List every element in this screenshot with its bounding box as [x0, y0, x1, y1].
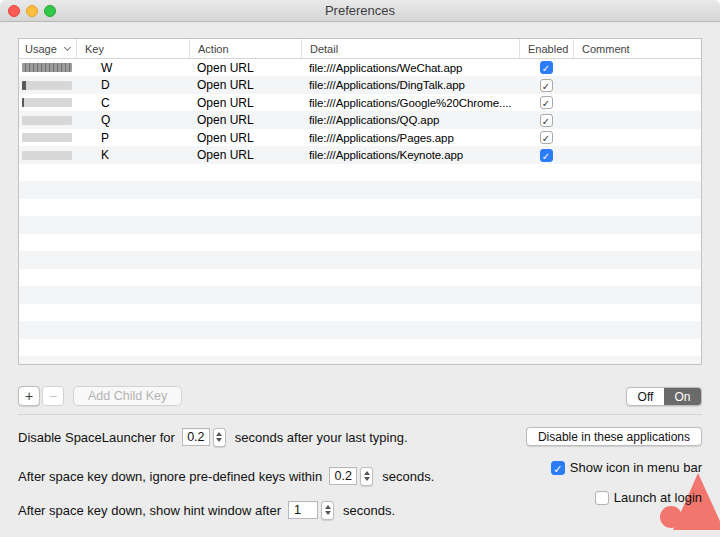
minimize-button[interactable] [26, 5, 38, 17]
add-row-button[interactable]: + [18, 386, 40, 406]
stepper-down-icon[interactable] [325, 511, 331, 515]
row-detail: file:///Applications/Pages.app [301, 129, 519, 147]
column-header-action[interactable]: Action [189, 39, 301, 58]
stepper-down-icon[interactable] [364, 477, 370, 481]
setting-prefix-label: Disable SpaceLauncher for [18, 430, 175, 445]
row-key: Q [76, 112, 189, 130]
hint-after-value-field[interactable]: 1 [288, 501, 318, 519]
row-comment [573, 77, 701, 95]
row-detail: file:///Applications/Keynote.app [301, 147, 519, 165]
disable-for-value-field[interactable]: 0.2 [182, 428, 210, 446]
column-header-usage[interactable]: Usage [19, 39, 76, 58]
setting-prefix-label: After space key down, show hint window a… [18, 503, 281, 518]
ignore-within-value-field[interactable]: 0.2 [329, 467, 357, 485]
segment-on[interactable]: On [664, 388, 701, 405]
setting-suffix-label: seconds. [343, 503, 395, 518]
usage-bar [22, 98, 72, 107]
launch-login-label: Launch at login [614, 490, 702, 505]
row-action: Open URL [189, 59, 301, 77]
column-header-label: Key [85, 43, 104, 55]
row-action: Open URL [189, 129, 301, 147]
stepper-up-icon[interactable] [364, 471, 370, 475]
shortcuts-table: Usage Key Action Detail Enabled Comment [18, 38, 702, 365]
column-header-comment[interactable]: Comment [573, 39, 701, 58]
column-header-label: Detail [310, 43, 338, 55]
row-detail: file:///Applications/QQ.app [301, 112, 519, 130]
row-detail: file:///Applications/WeChat.app [301, 59, 519, 77]
column-header-key[interactable]: Key [76, 39, 189, 58]
close-button[interactable] [8, 5, 20, 17]
zoom-button[interactable] [44, 5, 56, 17]
usage-bar [22, 63, 72, 72]
row-key: P [76, 129, 189, 147]
row-key: D [76, 77, 189, 95]
usage-bar-fill [22, 81, 26, 90]
table-body: W Open URL file:///Applications/WeChat.a… [19, 59, 701, 364]
usage-bar [22, 81, 72, 90]
table-row[interactable]: Q Open URL file:///Applications/QQ.app ✓ [19, 112, 701, 130]
column-header-label: Usage [25, 43, 57, 55]
row-action: Open URL [189, 77, 301, 95]
window-title: Preferences [0, 3, 720, 18]
remove-row-button[interactable]: − [42, 386, 64, 406]
usage-bar-fill [22, 98, 24, 107]
table-header: Usage Key Action Detail Enabled Comment [19, 39, 701, 59]
setting-hint-after: After space key down, show hint window a… [18, 500, 395, 520]
usage-bar [22, 116, 72, 125]
row-detail: file:///Applications/Google%20Chrome.... [301, 94, 519, 112]
row-key: K [76, 147, 189, 165]
disable-in-applications-button[interactable]: Disable in these applications [526, 427, 702, 446]
row-detail: file:///Applications/DingTalk.app [301, 77, 519, 95]
hint-after-stepper[interactable] [321, 501, 334, 520]
table-row[interactable]: K Open URL file:///Applications/Keynote.… [19, 147, 701, 165]
row-comment [573, 94, 701, 112]
usage-bar-fill [22, 63, 72, 72]
setting-prefix-label: After space key down, ignore pre-defined… [18, 469, 322, 484]
stepper-up-icon[interactable] [216, 432, 222, 436]
titlebar: Preferences [0, 0, 720, 22]
stepper-down-icon[interactable] [216, 438, 222, 442]
traffic-lights [8, 5, 56, 17]
setting-suffix-label: seconds. [382, 469, 434, 484]
setting-suffix-label: seconds after your last typing. [235, 430, 408, 445]
row-action: Open URL [189, 94, 301, 112]
segment-off[interactable]: Off [627, 388, 664, 405]
launch-login-checkbox[interactable] [595, 491, 609, 505]
column-header-detail[interactable]: Detail [301, 39, 519, 58]
column-header-label: Enabled [528, 43, 568, 55]
table-toolbar: + − Add Child Key [18, 386, 182, 406]
add-child-key-button[interactable]: Add Child Key [73, 386, 182, 406]
column-header-label: Action [198, 43, 229, 55]
usage-bar [22, 133, 72, 142]
section-divider [18, 414, 702, 415]
disable-for-stepper[interactable] [213, 428, 226, 447]
show-icon-checkbox[interactable]: ✓ [551, 461, 565, 475]
onoff-segmented-control: Off On [626, 387, 702, 406]
row-comment [573, 147, 701, 165]
column-header-enabled[interactable]: Enabled [519, 39, 573, 58]
enabled-checkbox[interactable]: ✓ [540, 96, 553, 109]
setting-ignore-within: After space key down, ignore pre-defined… [18, 466, 434, 486]
enabled-checkbox[interactable]: ✓ [540, 79, 553, 92]
table-row[interactable]: C Open URL file:///Applications/Google%2… [19, 94, 701, 112]
column-header-label: Comment [582, 43, 630, 55]
enabled-checkbox[interactable]: ✓ [540, 149, 553, 162]
row-key: C [76, 94, 189, 112]
stepper-up-icon[interactable] [325, 505, 331, 509]
preferences-window: Preferences Usage Key Action Detail Enab… [0, 0, 720, 537]
enabled-checkbox[interactable]: ✓ [540, 131, 553, 144]
row-action: Open URL [189, 112, 301, 130]
row-comment [573, 112, 701, 130]
enabled-checkbox[interactable]: ✓ [540, 114, 553, 127]
row-action: Open URL [189, 147, 301, 165]
table-row[interactable]: P Open URL file:///Applications/Pages.ap… [19, 129, 701, 147]
setting-disable-for: Disable SpaceLauncher for 0.2 seconds af… [18, 427, 408, 447]
enabled-checkbox[interactable]: ✓ [540, 61, 553, 74]
usage-bar [22, 151, 72, 160]
table-row[interactable]: D Open URL file:///Applications/DingTalk… [19, 77, 701, 95]
table-row[interactable]: W Open URL file:///Applications/WeChat.a… [19, 59, 701, 77]
ignore-within-stepper[interactable] [360, 467, 373, 486]
launch-login-setting: Launch at login [595, 490, 702, 505]
show-icon-setting: ✓ Show icon in menu bar [551, 460, 702, 475]
show-icon-label: Show icon in menu bar [570, 460, 702, 475]
